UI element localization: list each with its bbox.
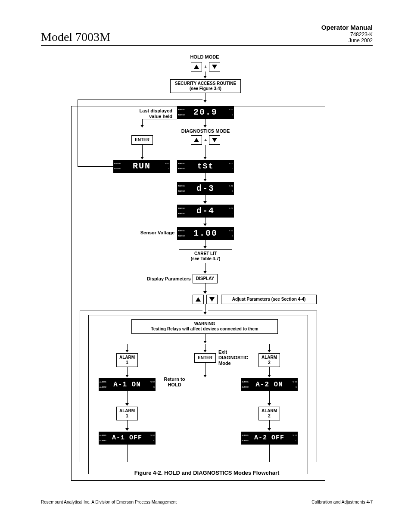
sensor-voltage-label: Sensor Voltage: [127, 230, 174, 236]
connector-line: [127, 391, 128, 404]
arrow-down-icon: [125, 375, 129, 377]
lcd-side-left: ALARM1ALARM2: [114, 160, 123, 172]
enter-box: ENTER: [194, 353, 216, 363]
lcd-value: d-3: [187, 183, 224, 195]
connector-line: [269, 391, 270, 404]
up-key: [191, 135, 202, 145]
arrow-down-icon: [203, 312, 207, 314]
arrow-down-icon: [140, 125, 144, 128]
footer-right: Calibration and Adjustments 4-7: [311, 500, 373, 504]
connector-line: [127, 420, 128, 429]
connector-line: [127, 445, 128, 462]
adjust-params-box: Adjust Parameters (see Section 4-4): [221, 295, 317, 304]
lcd-side-right: % O2C: [224, 227, 234, 240]
connector-line: [205, 283, 206, 292]
lcd-display: ALARM1ALARM2 A-2 ON % O2C: [241, 378, 298, 391]
lcd-side-left: ALARM1ALARM2: [241, 432, 251, 444]
connector-line: [269, 420, 270, 429]
lcd-side-right: % O2C: [224, 205, 234, 217]
enter-box: ENTER: [131, 135, 153, 145]
arrow-down-icon: [268, 350, 271, 352]
lcd-display: ALARM1ALARM2 20.9 % O2C: [177, 106, 234, 119]
arrow-down-icon: [203, 157, 207, 159]
lcd-side-right: % O2C: [224, 183, 234, 195]
doc-date: June 2002: [321, 37, 373, 44]
arrow-down-icon: [125, 428, 129, 431]
lcd-display: ALARM1ALARM2 RUN % O2C: [113, 160, 170, 173]
connector-line: [80, 311, 202, 311]
connector-line: [78, 166, 113, 167]
alarm2-box: ALARM 2: [258, 353, 280, 367]
connector-line: [205, 304, 206, 313]
lcd-side-right: % O2C: [224, 106, 234, 118]
warning-box: WARNING Testing Relays will affect devic…: [131, 319, 278, 334]
connector-line: [142, 119, 177, 119]
connector-line: [269, 367, 270, 376]
arrow-down-icon: [125, 403, 129, 406]
down-key: [206, 295, 218, 304]
up-key: [193, 295, 204, 304]
arrow-down-icon: [268, 428, 271, 431]
caret-lit-box: CARET LIT (see Table 4-7): [179, 249, 232, 263]
flowchart-diagram: HOLD MODE + SECURITY ACCESS ROUTINE (see…: [41, 50, 373, 485]
connector-line: [269, 445, 270, 462]
connector-line: [80, 462, 127, 462]
exit-diag-label: Exit DIAGNOSTIC Mode: [218, 349, 257, 367]
lcd-display: ALARM1ALARM2 A-1 ON % O2C: [99, 378, 156, 391]
connector-line: [208, 311, 317, 311]
alarm1-box: ALARM 1: [116, 407, 138, 420]
lcd-side-right: % O2C: [146, 379, 155, 391]
arrow-down-icon: [203, 201, 207, 204]
hold-mode-label: HOLD MODE: [179, 54, 230, 60]
arrow-down-icon: [203, 375, 207, 377]
arrow-down-icon: [203, 179, 207, 181]
lcd-value: A-2 ON: [251, 379, 288, 391]
figure-caption: Figure 4-2. HOLD and DIAGNOSTICS Modes F…: [41, 470, 373, 476]
lcd-value: RUN: [123, 160, 160, 172]
triangle-down-icon: [212, 65, 217, 69]
last-value-label: Last displayed value held: [125, 108, 172, 119]
doc-number: 748223-K: [321, 31, 373, 37]
triangle-down-icon: [212, 138, 217, 142]
connector-line: [127, 344, 269, 344]
connector-line: [269, 462, 317, 462]
connector-line: [80, 311, 80, 462]
lcd-display: ALARM1ALARM2 d-3 % O2C: [177, 182, 234, 195]
arrow-down-icon: [203, 341, 207, 343]
lcd-side-right: % O2C: [146, 432, 155, 444]
arrow-down-icon: [203, 350, 207, 352]
up-key: [191, 62, 202, 72]
lcd-display: ALARM1ALARM2 1.00 % O2C: [177, 227, 234, 240]
lcd-side-left: ALARM1ALARM2: [177, 106, 187, 118]
lcd-side-left: ALARM1ALARM2: [177, 205, 187, 217]
lcd-side-left: ALARM1ALARM2: [177, 227, 187, 240]
lcd-side-left: ALARM1ALARM2: [99, 379, 109, 391]
page-footer: Rosemount Analytical Inc. A Division of …: [41, 500, 373, 504]
display-params-label: Display Parameters: [139, 276, 191, 282]
connector-line: [317, 311, 317, 462]
lcd-value: A-2 OFF: [251, 432, 288, 444]
arrow-down-icon: [203, 271, 207, 274]
lcd-side-right: % O2C: [288, 432, 297, 444]
inner-frame: [88, 315, 308, 474]
arrow-down-icon: [268, 375, 271, 377]
lcd-side-left: ALARM1ALARM2: [241, 379, 251, 391]
model-title: Model 7003M: [41, 30, 110, 44]
arrow-down-icon: [268, 403, 271, 406]
triangle-up-icon: [194, 138, 199, 142]
connector-line: [78, 100, 202, 100]
lcd-side-right: % O2C: [288, 379, 297, 391]
connector-line: [78, 100, 78, 166]
lcd-display: ALARM1ALARM2 d-4 % O2C: [177, 205, 234, 218]
down-key: [209, 135, 220, 145]
lcd-display: ALARM1ALARM2 tSt % O2C: [177, 160, 234, 173]
plus-sign: +: [204, 137, 207, 143]
diagnostics-mode-label: DIAGNOSTICS MODE: [170, 128, 241, 134]
connector-line: [205, 363, 206, 376]
lcd-value: tSt: [187, 160, 224, 172]
plus-sign: +: [204, 64, 207, 69]
alarm2-box: ALARM 2: [258, 407, 280, 420]
operator-manual-label: Operator Manual: [321, 24, 373, 31]
lcd-value: d-4: [187, 205, 224, 217]
arrow-down-icon: [203, 291, 207, 294]
